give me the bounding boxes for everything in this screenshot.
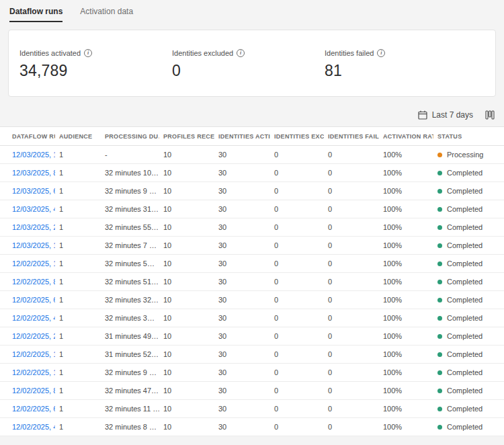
identities-failed-cell: 0 (324, 327, 379, 346)
tab-activation-data[interactable]: Activation data (80, 7, 133, 22)
identities-excluded-cell: 0 (270, 273, 324, 291)
dataflow-run-link[interactable]: 12/03/2025, 1… (12, 151, 55, 159)
audience-cell: 1 (55, 164, 101, 182)
status-dot-icon (437, 171, 442, 175)
dataflow-run-link[interactable]: 12/02/2025, 2:… (12, 332, 55, 340)
audience-cell: 1 (55, 309, 101, 327)
profiles-received-cell: 10 (159, 255, 214, 273)
activation-rate-cell: 100% (379, 309, 433, 327)
column-header[interactable]: ACTIVATION RATE (379, 127, 433, 146)
table-row: 12/03/2025, 1…1-103000100%Processing (0, 146, 504, 164)
status-dot-icon (437, 425, 442, 430)
column-header[interactable]: AUDIENCE (55, 127, 101, 146)
dataflow-run-link[interactable]: 12/03/2025, 8:… (12, 169, 55, 177)
identities-activated-cell: 30 (214, 291, 270, 309)
processing-duration-cell: - (101, 146, 159, 164)
processing-duration-cell: 32 minutes 9 … (101, 364, 159, 382)
status-dot-icon (437, 389, 442, 393)
table-row: 12/02/2025, 2:…131 minutes 49…103000100%… (0, 327, 504, 346)
audience-cell: 1 (55, 346, 101, 364)
table-row: 12/03/2025, 12…132 minutes 7 …103000100%… (0, 237, 504, 255)
metric-value: 81 (325, 62, 477, 80)
identities-excluded-cell: 0 (270, 146, 324, 164)
metric-label: Identities failed (325, 49, 374, 57)
date-range-selector[interactable]: Last 7 days (418, 110, 473, 120)
column-header[interactable]: DATAFLOW RUN … (0, 127, 55, 146)
processing-duration-cell: 32 minutes 5… (101, 255, 159, 273)
audience-cell: 1 (55, 418, 101, 436)
dataflow-run-link: 12/03/2025, 6:… (0, 182, 55, 200)
dataflow-run-link[interactable]: 12/03/2025, 12… (12, 241, 55, 249)
status-dot-icon (437, 334, 442, 339)
dataflow-run-link[interactable]: 12/02/2025, 10… (12, 259, 55, 268)
dataflow-run-link[interactable]: 12/02/2025, 8:… (12, 278, 55, 286)
identities-excluded-cell: 0 (270, 327, 324, 346)
processing-duration-cell: 32 minutes 11 … (101, 400, 159, 418)
column-settings-button[interactable] (485, 110, 495, 120)
info-icon[interactable]: i (237, 49, 245, 57)
table-row: 12/03/2025, 2:…132 minutes 55…103000100%… (0, 218, 504, 237)
identities-excluded-cell: 0 (270, 309, 324, 327)
dataflow-run-link[interactable]: 12/03/2025, 4:… (12, 205, 55, 213)
identities-excluded-cell: 0 (270, 200, 324, 218)
dataflow-run-link[interactable]: 12/02/2025, 12… (12, 350, 55, 358)
info-icon[interactable]: i (377, 49, 385, 57)
status-dot-icon (437, 407, 442, 411)
tab-dataflow-runs[interactable]: Dataflow runs (9, 7, 62, 22)
audience-cell: 1 (55, 255, 101, 273)
status-dot-icon (437, 352, 442, 357)
table-row: 12/03/2025, 8:…132 minutes 10…103000100%… (0, 164, 504, 182)
profiles-received-cell: 10 (159, 382, 214, 400)
identities-activated-cell: 30 (214, 255, 270, 273)
dataflow-run-link[interactable]: 12/02/2025, 10… (12, 368, 55, 376)
table-row: 12/02/2025, 8:…132 minutes 51…103000100%… (0, 273, 504, 291)
column-header[interactable]: IDENTITIES EXCL… (270, 127, 324, 146)
metrics-card: Identities activated i 34,789 Identities… (8, 30, 496, 97)
activation-rate-cell: 100% (379, 400, 433, 418)
identities-failed-cell: 0 (324, 400, 379, 418)
column-header[interactable]: PROCESSING DU… (101, 127, 159, 146)
status-dot-icon (437, 261, 442, 266)
audience-cell: 1 (55, 364, 101, 382)
audience-cell: 1 (55, 400, 101, 418)
dataflow-run-link[interactable]: 12/02/2025, 8:… (12, 387, 55, 395)
audience-cell: 1 (55, 200, 101, 218)
identities-excluded-cell: 0 (270, 255, 324, 273)
identities-failed-cell: 0 (324, 182, 379, 200)
dataflow-run-link: 12/02/2025, 12… (0, 346, 55, 364)
status-dot-icon (437, 153, 442, 157)
dataflow-run-link[interactable]: 12/02/2025, 4:… (12, 314, 55, 322)
status-label: Completed (447, 368, 482, 376)
dataflow-run-link[interactable]: 12/03/2025, 2:… (12, 223, 55, 231)
dataflow-run-link: 12/02/2025, 2:… (0, 327, 55, 346)
dataflow-run-link[interactable]: 12/02/2025, 6:… (12, 296, 55, 304)
column-header[interactable]: IDENTITIES FAILED (324, 127, 379, 146)
column-header[interactable]: PROFILES RECEI… (159, 127, 214, 146)
processing-duration-cell: 32 minutes 31… (101, 200, 159, 218)
dataflow-run-link[interactable]: 12/02/2025, 6:… (12, 405, 55, 413)
activation-rate-cell: 100% (379, 291, 433, 309)
status-dot-icon (437, 316, 442, 321)
dataflow-run-link: 12/02/2025, 8:… (0, 273, 55, 291)
profiles-received-cell: 10 (159, 364, 214, 382)
identities-failed-cell: 0 (324, 200, 379, 218)
status-label: Completed (447, 405, 482, 413)
dataflow-run-link[interactable]: 12/03/2025, 6:… (12, 187, 55, 195)
calendar-icon (418, 110, 427, 120)
column-header[interactable]: STATUS (433, 127, 504, 146)
metric-label: Identities activated (19, 49, 81, 57)
dataflow-run-link: 12/03/2025, 12… (0, 237, 55, 255)
dataflow-runs-table-panel: DATAFLOW RUN …AUDIENCEPROCESSING DU…PROF… (0, 126, 504, 436)
identities-failed-cell: 0 (324, 291, 379, 309)
info-icon[interactable]: i (84, 49, 92, 57)
dataflow-run-link[interactable]: 12/02/2025, 4:… (12, 423, 55, 431)
activation-rate-cell: 100% (379, 418, 433, 436)
profiles-received-cell: 10 (159, 400, 214, 418)
identities-activated-cell: 30 (214, 164, 270, 182)
column-header[interactable]: IDENTITIES ACTI… (214, 127, 270, 146)
table-row: 12/02/2025, 6:…132 minutes 32…103000100%… (0, 291, 504, 309)
table-row: 12/02/2025, 4:…132 minutes 8 …103000100%… (0, 418, 504, 436)
status-label: Completed (447, 187, 482, 195)
status-label: Completed (447, 423, 482, 431)
activation-rate-cell: 100% (379, 327, 433, 346)
